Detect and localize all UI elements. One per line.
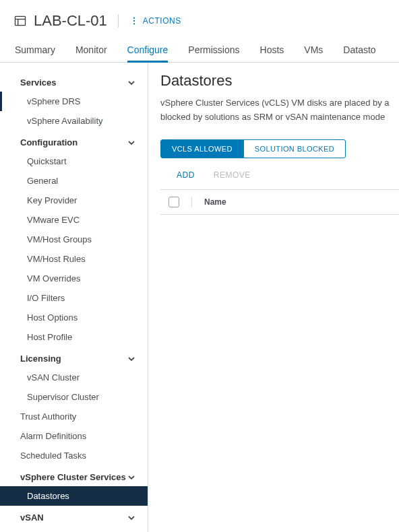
- column-name-header: Name: [204, 197, 226, 207]
- sidebar-item[interactable]: VMware EVC: [0, 210, 148, 230]
- sidebar-item[interactable]: vSphere Availability: [0, 111, 148, 131]
- tab-datasto[interactable]: Datasto: [343, 38, 375, 62]
- actions-dots-icon: [129, 16, 139, 26]
- tab-vms[interactable]: VMs: [304, 38, 323, 62]
- sidebar-section-header[interactable]: vSphere Cluster Services: [0, 465, 148, 486]
- sidebar-item[interactable]: Quickstart: [0, 152, 148, 171]
- tab-configure[interactable]: Configure: [127, 38, 168, 62]
- divider: [118, 14, 119, 28]
- sidebar-section-header[interactable]: vSAN: [0, 506, 148, 527]
- sidebar-item[interactable]: vSAN Cluster: [0, 368, 148, 387]
- sidebar-item[interactable]: Alarm Definitions: [0, 426, 148, 446]
- segment-button[interactable]: SOLUTION BLOCKED: [244, 139, 346, 158]
- table-header: Name: [160, 189, 399, 215]
- main-content: Datastores vSphere Cluster Services (vCL…: [148, 63, 399, 532]
- content-title: Datastores: [160, 72, 399, 90]
- content-description: vSphere Cluster Services (vCLS) VM disks…: [160, 96, 399, 125]
- sidebar-item[interactable]: VM Overrides: [0, 269, 148, 288]
- chevron-down-icon: [127, 139, 135, 147]
- sidebar-item[interactable]: Datastores: [0, 486, 148, 506]
- tab-permissions[interactable]: Permissions: [188, 38, 239, 62]
- segment-control: VCLS ALLOWEDSOLUTION BLOCKED: [160, 139, 346, 158]
- svg-rect-0: [16, 16, 26, 25]
- add-button[interactable]: ADD: [177, 170, 195, 180]
- sidebar-item[interactable]: Scheduled Tasks: [0, 446, 148, 465]
- chevron-down-icon: [127, 473, 135, 481]
- sidebar: ServicesvSphere DRSvSphere AvailabilityC…: [0, 63, 148, 532]
- tab-bar: SummaryMonitorConfigurePermissionsHostsV…: [0, 38, 399, 63]
- table-actions: ADD REMOVE: [160, 170, 399, 189]
- sidebar-item[interactable]: Trust Authority: [0, 407, 148, 426]
- svg-point-4: [133, 20, 135, 22]
- svg-point-5: [133, 23, 135, 24]
- tab-monitor[interactable]: Monitor: [75, 38, 107, 62]
- sidebar-item[interactable]: Services: [0, 527, 148, 532]
- sidebar-section-header[interactable]: Configuration: [0, 131, 148, 152]
- remove-button[interactable]: REMOVE: [214, 170, 251, 180]
- page-title: LAB-CL-01: [34, 12, 107, 30]
- sidebar-item[interactable]: Host Profile: [0, 327, 148, 347]
- chevron-down-icon: [127, 355, 135, 363]
- sidebar-item[interactable]: VM/Host Groups: [0, 230, 148, 249]
- segment-button[interactable]: VCLS ALLOWED: [160, 139, 244, 158]
- sidebar-item[interactable]: vSphere DRS: [0, 92, 148, 111]
- select-all-checkbox[interactable]: [168, 197, 179, 207]
- sidebar-section-header[interactable]: Licensing: [0, 347, 148, 368]
- actions-label: ACTIONS: [143, 16, 181, 26]
- sidebar-item[interactable]: VM/Host Rules: [0, 249, 148, 269]
- tab-summary[interactable]: Summary: [15, 38, 55, 62]
- sidebar-item[interactable]: Supervisor Cluster: [0, 387, 148, 407]
- chevron-down-icon: [127, 514, 135, 522]
- sidebar-section-header[interactable]: Services: [0, 71, 148, 92]
- sidebar-item[interactable]: General: [0, 171, 148, 191]
- column-separator: [191, 197, 192, 207]
- tab-hosts[interactable]: Hosts: [260, 38, 284, 62]
- sidebar-item[interactable]: I/O Filters: [0, 288, 148, 308]
- sidebar-item[interactable]: Key Provider: [0, 191, 148, 210]
- svg-point-3: [133, 17, 135, 18]
- sidebar-item[interactable]: Host Options: [0, 308, 148, 327]
- actions-menu[interactable]: ACTIONS: [129, 16, 181, 26]
- cluster-icon: [13, 14, 27, 28]
- chevron-down-icon: [127, 79, 135, 87]
